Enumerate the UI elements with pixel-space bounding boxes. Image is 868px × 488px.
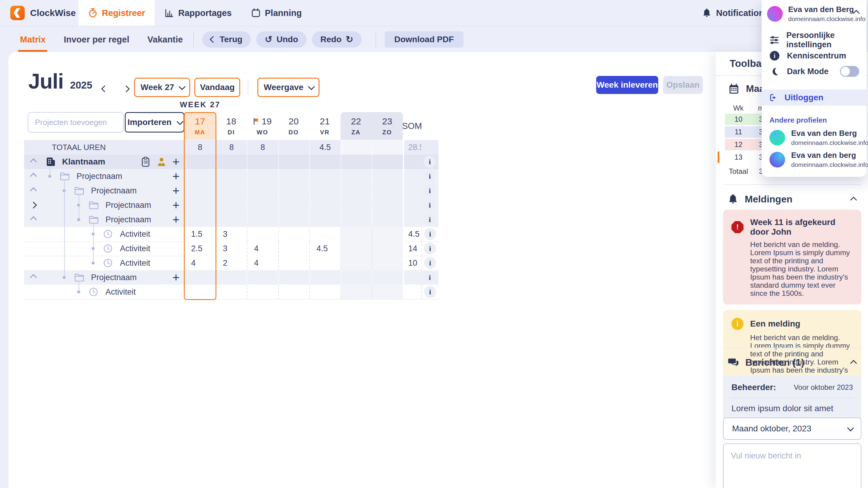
hour-cell[interactable]: 8 [216,140,247,155]
hour-cell[interactable] [372,256,403,270]
hour-cell[interactable] [278,285,310,299]
add-row-button[interactable]: + [169,270,183,285]
add-row-button[interactable]: + [169,198,183,213]
row-info-button[interactable]: i [424,170,436,182]
collapse-section-button[interactable] [851,194,856,205]
row-info-button[interactable]: i [424,242,436,255]
submit-week-button[interactable]: Week inleveren [596,76,658,94]
hour-cell[interactable] [184,285,216,299]
row-info-button[interactable]: i [424,228,436,240]
profile-item[interactable]: Eva van den bergdomeinnaam.clockwise.inf… [762,147,867,168]
next-week-button[interactable] [119,82,133,96]
add-row-button[interactable]: + [169,155,183,169]
hour-cell[interactable] [278,227,310,241]
hour-cell[interactable] [247,285,278,299]
hour-cell[interactable]: 1.5 [184,227,216,241]
expand-caret[interactable] [28,198,38,213]
collapse-caret[interactable] [28,155,38,169]
hour-cell[interactable] [372,227,403,241]
project-search-input[interactable] [28,118,139,127]
hour-cell[interactable]: 2 [216,256,247,270]
add-row-button[interactable]: + [169,213,183,227]
hour-cell[interactable]: 4.5 [309,241,341,256]
week-select-button[interactable]: Week 27 [134,78,190,97]
row-info-button[interactable]: i [424,271,436,284]
hour-cell[interactable] [247,227,278,241]
hour-cell[interactable] [278,241,310,256]
collapse-section-button[interactable] [851,357,856,368]
hour-cell[interactable] [341,140,372,155]
previous-week-button[interactable] [98,82,112,96]
redo-button[interactable]: Redo ↻ [312,31,362,47]
hour-cell[interactable]: 3 [216,227,247,241]
day-header-21-vr[interactable]: 21VR [309,112,341,140]
hour-cell[interactable]: 4 [184,256,216,270]
clipboard-icon[interactable] [141,155,150,169]
topnav-tab-registreer[interactable]: Registreer [79,0,155,26]
hour-cell[interactable] [278,256,310,270]
notifications-button[interactable]: Notifications [702,0,769,26]
row-info-button[interactable]: i [424,257,436,269]
day-header-18-di[interactable]: 18DI [216,112,247,140]
subnav-tab-matrix[interactable]: Matrix [18,27,47,53]
logout-button[interactable]: Uitloggen [762,90,867,106]
day-header-23-zo[interactable]: 23ZO [372,112,403,140]
user-menu-item-dark-mode[interactable]: Dark Mode [762,64,867,79]
subnav-tab-invoer-per-regel[interactable]: Invoer per regel [62,27,131,53]
day-header-22-za[interactable]: 22ZA [341,112,372,140]
back-button[interactable]: Terug [202,31,251,47]
row-info-button[interactable]: i [424,156,436,168]
hour-cell[interactable]: 4.5 [309,140,341,155]
day-header-19-wo[interactable]: 19WO [247,112,278,140]
hour-cell[interactable] [341,285,372,299]
chevron-up-icon[interactable] [854,11,859,17]
undo-button[interactable]: ↺ Undo [256,31,307,47]
hour-cell[interactable] [216,285,247,299]
download-pdf-button[interactable]: Download PDF [384,31,464,47]
hour-cell[interactable] [341,256,372,270]
today-button[interactable]: Vandaag [194,78,240,97]
day-header-20-do[interactable]: 20DO [278,112,310,140]
hour-cell[interactable] [309,285,341,299]
day-header-17-ma[interactable]: 17MA [184,112,216,140]
user-menu-header[interactable]: Eva van den Berg domeinnaam.clockwise.in… [762,0,867,25]
hour-cell[interactable] [309,256,341,270]
collapse-caret[interactable] [28,169,38,184]
dark-mode-toggle[interactable] [840,66,859,77]
row-info-button[interactable]: i [424,199,436,211]
hour-cell[interactable]: 4 [247,241,278,256]
collapse-caret[interactable] [28,213,38,227]
view-select-button[interactable]: Weergave [257,78,319,97]
hour-cell[interactable] [341,227,372,241]
row-info-button[interactable]: i [424,286,436,298]
hour-cell[interactable] [341,241,372,256]
import-button[interactable]: Importeren [125,112,184,133]
subnav-tab-vakantie[interactable]: Vakantie [146,27,185,53]
user-menu-item-persoonlijke-instellingen[interactable]: Persoonlijke instellingen [762,32,867,48]
collapse-caret[interactable] [28,184,38,198]
new-message-input[interactable] [723,444,861,488]
user-menu-item-kenniscentrum[interactable]: iKenniscentrum [762,48,867,64]
month-select[interactable]: Maand oktober, 2023 [723,418,861,440]
hour-cell[interactable]: 8 [247,140,278,155]
hour-cell[interactable] [309,227,341,241]
collapse-caret[interactable] [28,270,38,285]
hour-cell[interactable] [372,140,403,155]
hour-cell[interactable] [278,140,310,155]
brand[interactable]: ClockWise [10,6,79,20]
hour-cell[interactable]: 8 [184,140,216,155]
row-info-button[interactable]: i [424,214,436,226]
topnav-tab-rapportages[interactable]: Rapportages [155,0,241,26]
save-button[interactable]: Opslaan [663,76,703,94]
hour-cell[interactable]: 2.5 [184,241,216,256]
hour-cell[interactable] [372,285,403,299]
assignee-icon[interactable] [157,155,166,169]
row-info-button[interactable]: i [424,185,436,197]
topnav-tab-planning[interactable]: Planning [241,0,311,26]
add-row-button[interactable]: + [169,169,183,184]
add-row-button[interactable]: + [169,184,183,198]
profile-item[interactable]: Eva van den Bergdomeinnaam.clockwise.inf… [762,124,867,147]
hour-cell[interactable] [372,241,403,256]
hour-cell[interactable]: 4 [247,256,278,270]
hour-cell[interactable]: 3 [216,241,247,256]
